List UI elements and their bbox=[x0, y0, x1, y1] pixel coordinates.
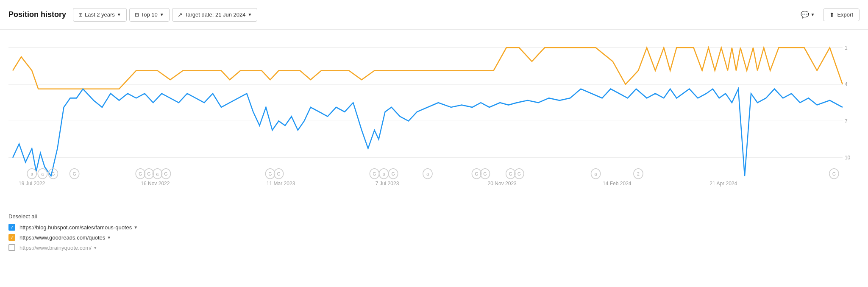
marker-G-11: G bbox=[480, 169, 490, 179]
chevron-down-icon3: ▼ bbox=[248, 12, 252, 17]
goodreads-checkbox[interactable]: ✓ bbox=[8, 234, 15, 241]
marker-G-14: G bbox=[829, 169, 839, 179]
chevron-down-icon4: ▼ bbox=[811, 12, 815, 17]
marker-G-6: G bbox=[265, 169, 275, 179]
svg-text:11 Mar 2023: 11 Mar 2023 bbox=[267, 180, 295, 187]
chevron-down-icon7: ▼ bbox=[93, 245, 97, 250]
svg-text:G: G bbox=[164, 172, 168, 176]
check-icon2: ✓ bbox=[10, 235, 14, 240]
list-item: ✓ https://blog.hubspot.com/sales/famous-… bbox=[8, 224, 860, 231]
hubspot-url: https://blog.hubspot.com/sales/famous-qu… bbox=[19, 224, 132, 231]
chevron-down-icon6: ▼ bbox=[107, 235, 111, 240]
svg-text:G: G bbox=[73, 172, 76, 176]
top-label: Top 10 bbox=[141, 11, 158, 18]
chart-area: 1 4 7 10 19 Jul 2022 16 Nov 2022 11 Mar … bbox=[0, 30, 868, 208]
orange-line bbox=[13, 47, 843, 89]
svg-text:16 Nov 2022: 16 Nov 2022 bbox=[141, 180, 170, 187]
comment-button[interactable]: 💬 ▼ bbox=[796, 8, 819, 21]
legend-area: Deselect all ✓ https://blog.hubspot.com/… bbox=[0, 208, 868, 258]
hubspot-url-button[interactable]: https://blog.hubspot.com/sales/famous-qu… bbox=[19, 224, 138, 231]
grid-icon: ⊟ bbox=[135, 12, 139, 18]
marker-G-2: G bbox=[70, 169, 79, 179]
marker-G-4: G bbox=[144, 169, 153, 179]
export-icon: ⬆ bbox=[829, 11, 835, 18]
brainyquote-url-button[interactable]: https://www.brainyquote.com/ ▼ bbox=[19, 245, 97, 251]
svg-text:4: 4 bbox=[845, 81, 848, 88]
svg-text:a: a bbox=[42, 172, 44, 176]
svg-text:1: 1 bbox=[845, 45, 848, 51]
svg-text:7: 7 bbox=[845, 118, 848, 124]
marker-G-12: G bbox=[506, 169, 515, 179]
svg-text:G: G bbox=[392, 172, 395, 176]
export-button[interactable]: ⬆ Export bbox=[823, 8, 860, 21]
svg-text:G: G bbox=[484, 172, 487, 176]
deselect-all-button[interactable]: Deselect all bbox=[8, 213, 37, 220]
page-container: Position history ⊞ Last 2 years ▼ ⊟ Top … bbox=[0, 0, 868, 258]
svg-text:G: G bbox=[277, 172, 281, 176]
target-date-label: Target date: 21 Jun 2024 bbox=[185, 11, 246, 18]
svg-text:a: a bbox=[595, 172, 597, 176]
date-range-button[interactable]: ⊞ Last 2 years ▼ bbox=[73, 8, 127, 22]
position-chart: 1 4 7 10 19 Jul 2022 16 Nov 2022 11 Mar … bbox=[8, 34, 851, 203]
svg-text:2: 2 bbox=[637, 172, 640, 176]
svg-text:21 Apr 2024: 21 Apr 2024 bbox=[709, 180, 737, 187]
svg-text:G: G bbox=[373, 172, 376, 176]
marker-a-2: a bbox=[38, 169, 47, 179]
calendar-icon: ⊞ bbox=[78, 12, 83, 18]
list-item: ✓ https://www.goodreads.com/quotes ▼ bbox=[8, 234, 860, 241]
hubspot-checkbox[interactable]: ✓ bbox=[8, 224, 15, 231]
brainyquote-checkbox[interactable] bbox=[8, 244, 15, 251]
brainyquote-url: https://www.brainyquote.com/ bbox=[19, 245, 92, 251]
svg-text:a: a bbox=[383, 172, 385, 176]
marker-a-3: a bbox=[153, 169, 162, 179]
svg-text:G: G bbox=[269, 172, 272, 176]
svg-text:G: G bbox=[147, 172, 150, 176]
svg-text:G: G bbox=[52, 172, 55, 176]
marker-a-4: a bbox=[379, 169, 389, 179]
toolbar: Position history ⊞ Last 2 years ▼ ⊟ Top … bbox=[0, 0, 868, 30]
goodreads-url-button[interactable]: https://www.goodreads.com/quotes ▼ bbox=[19, 234, 111, 241]
export-label: Export bbox=[837, 11, 853, 18]
marker-G-10: G bbox=[472, 169, 481, 179]
marker-a-6: a bbox=[591, 169, 601, 179]
svg-text:10: 10 bbox=[845, 155, 850, 161]
svg-text:14 Feb 2024: 14 Feb 2024 bbox=[603, 180, 632, 187]
svg-text:a: a bbox=[426, 172, 429, 176]
svg-text:7 Jul 2023: 7 Jul 2023 bbox=[376, 180, 399, 187]
svg-text:G: G bbox=[509, 172, 512, 176]
marker-a-1: a bbox=[27, 169, 36, 179]
marker-a-5: a bbox=[423, 169, 432, 179]
marker-G-3: G bbox=[136, 169, 145, 179]
check-icon: ✓ bbox=[10, 225, 14, 230]
marker-G-7: G bbox=[274, 169, 284, 179]
top-filter-button[interactable]: ⊟ Top 10 ▼ bbox=[129, 8, 170, 22]
marker-2: 2 bbox=[634, 169, 643, 179]
chevron-down-icon: ▼ bbox=[117, 12, 121, 17]
marker-G-9: G bbox=[389, 169, 398, 179]
svg-text:G: G bbox=[517, 172, 521, 176]
comment-icon: 💬 bbox=[801, 11, 809, 19]
svg-text:G: G bbox=[832, 172, 836, 176]
chevron-down-icon2: ▼ bbox=[160, 12, 164, 17]
trend-icon: ↗ bbox=[178, 11, 183, 18]
target-date-button[interactable]: ↗ Target date: 21 Jun 2024 ▼ bbox=[172, 8, 258, 22]
svg-text:a: a bbox=[156, 172, 159, 176]
marker-G-8: G bbox=[370, 169, 379, 179]
date-range-label: Last 2 years bbox=[85, 11, 115, 18]
list-item: https://www.brainyquote.com/ ▼ bbox=[8, 244, 860, 251]
blue-line bbox=[13, 89, 843, 176]
legend-items: ✓ https://blog.hubspot.com/sales/famous-… bbox=[8, 224, 860, 251]
marker-G-13: G bbox=[515, 169, 524, 179]
svg-text:G: G bbox=[475, 172, 479, 176]
marker-G-5: G bbox=[161, 169, 170, 179]
svg-text:20 Nov 2023: 20 Nov 2023 bbox=[488, 180, 517, 187]
goodreads-url: https://www.goodreads.com/quotes bbox=[19, 234, 105, 241]
svg-text:19 Jul 2022: 19 Jul 2022 bbox=[19, 180, 45, 187]
svg-text:a: a bbox=[31, 172, 33, 176]
page-title: Position history bbox=[8, 10, 66, 19]
svg-text:G: G bbox=[139, 172, 142, 176]
toolbar-right: 💬 ▼ ⬆ Export bbox=[796, 8, 860, 21]
chevron-down-icon5: ▼ bbox=[134, 225, 138, 230]
